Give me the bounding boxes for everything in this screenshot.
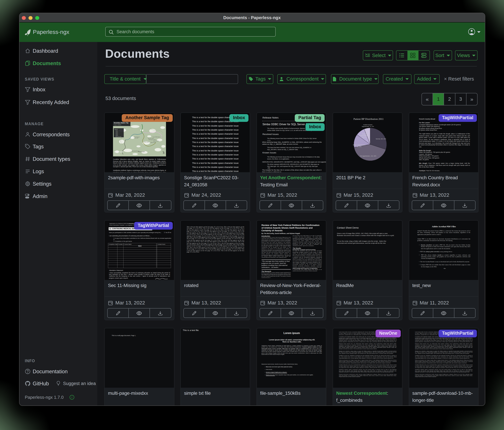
- svg-text:Insult Creek Island: Insult Creek Island: [153, 136, 160, 138]
- svg-text:Hypertension,: Hypertension,: [360, 135, 368, 136]
- svg-text:Map data ©2017: Map data ©2017: [114, 154, 121, 155]
- svg-text:Charles Leg#55: Charles Leg#55: [138, 151, 145, 152]
- svg-text:Maple Island: Maple Island: [151, 142, 156, 143]
- svg-text:Provider #: Provider #: [118, 243, 124, 245]
- svg-text:Castle Island: Castle Island: [144, 141, 149, 142]
- svg-text:N: N: [163, 151, 164, 152]
- svg-text:Stage 1 Hypertension,: Stage 1 Hypertension,: [353, 144, 365, 146]
- svg-text:Entry Point34: Entry Point34: [116, 136, 121, 137]
- svg-text:Normal, 150, 30%: Normal, 150, 30%: [376, 138, 386, 140]
- svg-text:Day2: Day2: [116, 131, 118, 132]
- svg-text:Day4: Day4: [116, 134, 118, 135]
- svg-text:Day3: Day3: [116, 133, 118, 134]
- svg-text:Camp Lake: Camp Lake: [134, 138, 138, 139]
- svg-text:©2017 Google: ©2017 Google: [114, 153, 120, 154]
- svg-text:i: i: [72, 396, 72, 399]
- svg-text:44, 9%: 44, 9%: [362, 136, 366, 138]
- svg-text:Boundary Waters Trip: Boundary Waters Trip: [114, 122, 128, 124]
- svg-text:Stage 2: Stage 2: [362, 133, 366, 135]
- svg-text:Day1: Day1: [116, 130, 118, 131]
- svg-text:Completion Date: Completion Date: [109, 243, 118, 245]
- svg-text:Course Name: Course Name: [124, 243, 131, 245]
- svg-text:Day5: Day5: [116, 135, 118, 136]
- svg-text:65, 13%: 65, 13%: [357, 146, 361, 147]
- svg-text:Patient BP Distribution 2011: Patient BP Distribution 2011: [353, 118, 383, 120]
- svg-text:6 days in BWCA: 6 days in BWCA: [114, 124, 121, 125]
- svg-text:Google Earth: Google Earth: [114, 151, 123, 153]
- svg-text:Legend: Legend: [114, 129, 118, 130]
- svg-text:Half Day Island: Half Day Island: [148, 138, 154, 139]
- svg-text:N\A: N\A: [138, 245, 142, 247]
- svg-text:Isolated Systolic: Isolated Systolic: [363, 124, 372, 126]
- svg-text:Squirrel Island: Squirrel Island: [153, 140, 159, 141]
- svg-text:Pre-hypertension., 212, 42%: Pre-hypertension., 212, 42%: [360, 155, 376, 157]
- svg-text:Washington Island: Washington Island: [149, 139, 156, 140]
- svg-text:Contact Hours: Contact Hours: [158, 243, 165, 245]
- svg-text:Hypertension, 31, 6%: Hypertension, 31, 6%: [362, 126, 374, 127]
